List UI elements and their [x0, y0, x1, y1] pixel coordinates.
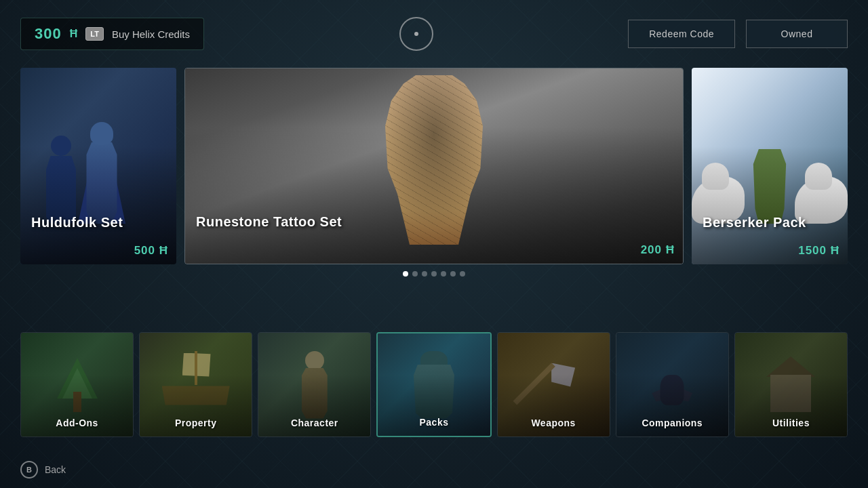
category-weapons[interactable]: Weapons: [497, 332, 610, 437]
char-shape: [291, 351, 338, 419]
char-head: [305, 351, 324, 370]
dot-4[interactable]: [431, 271, 437, 277]
card-berserker-title: Berserker Pack: [703, 214, 837, 230]
helix-symbol: Ħ: [70, 28, 78, 40]
figure-2: [41, 136, 81, 224]
cat-companions-label: Companions: [616, 418, 728, 428]
dot-3[interactable]: [422, 271, 427, 277]
card-huldufolk-bg: [20, 68, 176, 264]
top-right-buttons: Redeem Code Owned: [628, 20, 848, 48]
cat-utilities-label: Utilities: [735, 418, 847, 428]
dot-2[interactable]: [412, 271, 418, 277]
weapon-shape: [526, 358, 580, 412]
center-logo: [204, 17, 628, 51]
figure-2-head: [51, 136, 71, 156]
huldufolk-figures: [37, 102, 159, 224]
dot-6[interactable]: [450, 271, 456, 277]
back-button[interactable]: B Back: [20, 461, 66, 479]
axe-head: [551, 363, 575, 387]
card-huldufolk-title: Huldufolk Set: [31, 214, 165, 230]
back-label: Back: [45, 464, 66, 475]
logo-circle: [399, 17, 433, 51]
card-huldufolk[interactable]: Huldufolk Set 500 Ħ: [20, 68, 176, 264]
berserker-figures: [692, 68, 848, 264]
companion-shape: [645, 358, 699, 412]
cat-character-label: Character: [258, 418, 370, 428]
raven-wing-left: [652, 385, 672, 402]
cat-weapons-label: Weapons: [498, 418, 610, 428]
bottom-bar: B Back: [0, 451, 868, 488]
owned-button[interactable]: Owned: [746, 20, 848, 48]
cat-property-label: Property: [140, 418, 252, 428]
logo-dot: [414, 32, 418, 36]
card-berserker[interactable]: Berserker Pack 1500 Ħ: [692, 68, 848, 264]
helix-credits-panel: 300 Ħ LT Buy Helix Credits: [20, 18, 204, 50]
dot-1[interactable]: [403, 271, 408, 277]
figure-1-body: [85, 142, 119, 224]
ship-mast: [195, 351, 197, 385]
featured-section: Huldufolk Set 500 Ħ Runestone Tattoo Set…: [0, 68, 868, 320]
cat-addons-label: Add-Ons: [21, 418, 133, 428]
card-runestone-bg: [185, 68, 683, 264]
ship-sail: [182, 353, 212, 377]
redeem-code-button[interactable]: Redeem Code: [628, 20, 735, 48]
raven-body: [660, 375, 684, 405]
category-nav: Add-Ons Property Charac: [0, 320, 868, 451]
figure-2-body: [46, 156, 76, 224]
monster-head: [420, 351, 448, 375]
berserker-char: [751, 149, 788, 224]
b-badge-icon: B: [20, 461, 38, 479]
main-container: 300 Ħ LT Buy Helix Credits Redeem Code O…: [0, 0, 868, 488]
figure-1-head: [90, 122, 113, 145]
card-berserker-bg: [692, 68, 848, 264]
category-packs[interactable]: Packs: [376, 332, 491, 437]
card-berserker-price: 1500 Ħ: [798, 244, 840, 258]
building-body: [770, 375, 811, 412]
card-runestone-price: 200 Ħ: [641, 243, 675, 257]
card-runestone-title: Runestone Tattoo Set: [196, 214, 672, 230]
ship-hull: [162, 382, 230, 405]
cards-row: Huldufolk Set 500 Ħ Runestone Tattoo Set…: [20, 68, 848, 264]
top-bar: 300 Ħ LT Buy Helix Credits Redeem Code O…: [0, 0, 868, 68]
lt-badge: LT: [85, 27, 104, 41]
raven-wing-right: [672, 385, 692, 402]
category-property[interactable]: Property: [139, 332, 252, 437]
monster-body: [414, 365, 454, 419]
building-roof: [766, 357, 815, 377]
card-huldufolk-price: 500 Ħ: [134, 244, 168, 258]
carousel-dots: [20, 271, 848, 277]
tree-trunk: [73, 392, 81, 412]
buy-helix-label[interactable]: Buy Helix Credits: [112, 28, 190, 40]
dot-5[interactable]: [441, 271, 446, 277]
dot-7[interactable]: [460, 271, 465, 277]
card-runestone[interactable]: Runestone Tattoo Set 200 Ħ: [184, 68, 684, 264]
char-body: [300, 368, 329, 419]
monster-shape: [407, 351, 461, 419]
tree-top: [57, 358, 98, 399]
figure-1: [78, 122, 125, 224]
category-character[interactable]: Character: [258, 332, 371, 437]
tree-shape: [57, 358, 98, 412]
category-utilities[interactable]: Utilities: [734, 332, 848, 437]
ship-shape: [162, 365, 230, 405]
category-addons[interactable]: Add-Ons: [20, 332, 134, 437]
category-companions[interactable]: Companions: [616, 332, 729, 437]
cat-packs-label: Packs: [378, 417, 490, 428]
credits-amount: 300: [35, 25, 62, 43]
utility-shape: [767, 358, 814, 412]
axe-handle: [513, 363, 555, 405]
